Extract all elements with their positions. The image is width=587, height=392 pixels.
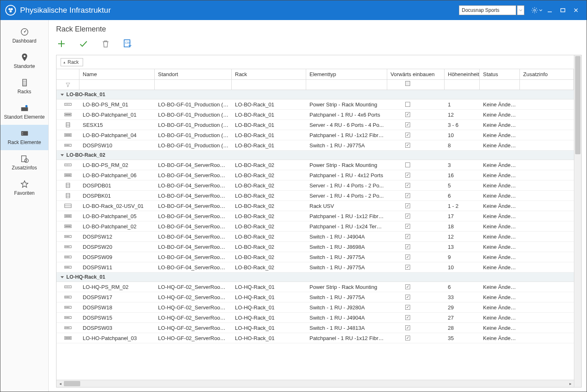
cell-rack: LO-BO-Rack_02 [232,222,306,231]
filter-name[interactable] [79,80,155,90]
cell-elementtyp: Patchpanel - 1 RU - 4x6 Ports [306,110,387,119]
filter-icon[interactable] [65,82,71,88]
sidebar-item-standort-elemente[interactable]: Standort Elemente [0,99,48,125]
table-row[interactable]: LO-BO-Patchpanel_05LO-BO-GF-04_ServerRoo… [56,211,574,221]
cell-hoeheneinheit: 6 [445,191,480,200]
column-header-rack[interactable]: Rack [232,69,306,79]
table-row[interactable]: DOSPSW15LO-HQ-GF-02_ServerRoom (L...LO-H… [56,313,574,323]
sidebar-item-favoriten[interactable]: Favoriten [0,176,48,201]
cell-zusatzinfo [520,164,574,166]
maximize-button[interactable] [557,5,569,16]
cell-zusatzinfo [520,316,574,319]
table-row[interactable]: DOSPSW20LO-BO-GF-04_ServerRoom (L...LO-B… [56,242,574,252]
horizontal-scrollbar[interactable]: ◂ ▸ [56,380,574,387]
scroll-left-icon[interactable]: ◂ [56,380,64,387]
table-row[interactable]: DOSPDB01LO-BO-GF-04_ServerRoom (L...LO-B… [56,180,574,191]
forward-checkbox[interactable] [405,295,410,300]
export-csv-button[interactable] [122,38,133,49]
add-button[interactable] [56,38,67,49]
table-row[interactable]: LO-BO-Patchpanel_02LO-BO-GF-04_ServerRoo… [56,221,574,232]
table-row[interactable]: LO-HQ-PS_RM_02LO-HQ-GF-02_ServerRoom (L.… [56,282,574,292]
element-type-icon [64,162,72,168]
filter-status[interactable] [480,80,520,90]
vertical-scrollbar[interactable] [574,55,581,387]
group-by-area[interactable]: Rack [56,55,574,69]
forward-checkbox[interactable] [405,173,410,178]
forward-checkbox[interactable] [405,255,410,259]
minimize-button[interactable] [544,5,555,16]
column-header-hoeheneinheit[interactable]: Höheneinheit [445,69,480,79]
table-row[interactable]: DOSPSW11LO-BO-GF-04_ServerRoom (L...LO-B… [56,262,574,273]
group-row[interactable]: LO-BO-Rack_02 [56,151,574,160]
column-header-icon[interactable] [56,69,79,79]
column-header-status[interactable]: Status [480,69,520,79]
forward-checkbox[interactable] [405,122,410,127]
filter-standort[interactable] [155,80,232,90]
table-row[interactable]: DOSPBK01LO-BO-GF-04_ServerRoom (L...LO-B… [56,191,574,201]
cell-hoeheneinheit: 17 [445,212,480,221]
filter-elementtyp[interactable] [306,80,387,90]
table-row[interactable]: LO-BO-Patchpanel_04LO-BO-GF-01_Productio… [56,130,574,140]
table-row[interactable]: LO-BO-Patchpanel_01LO-BO-GF-01_Productio… [56,110,574,120]
table-row[interactable]: DOSPSW18LO-HQ-GF-02_ServerRoom (L...LO-H… [56,302,574,313]
tenant-select-dropdown[interactable] [517,5,524,15]
forward-checkbox[interactable] [405,224,410,229]
forward-checkbox[interactable] [405,234,410,239]
column-header-standort[interactable]: Standort [155,69,232,79]
sidebar-item-label: Standorte [14,63,35,69]
table-row[interactable]: LO-BO-Rack_02-USV_01LO-BO-GF-04_ServerRo… [56,201,574,211]
cell-zusatzinfo [520,286,574,288]
forward-checkbox[interactable] [405,133,410,137]
save-button[interactable] [78,38,89,49]
filter-rack[interactable] [232,80,306,90]
forward-checkbox[interactable] [405,112,410,117]
table-row[interactable]: LO-BO-PS_RM_01LO-BO-GF-01_Production (Lo… [56,99,574,110]
settings-button[interactable] [531,5,542,16]
column-header-zusatzinfo[interactable]: Zusatzinfo [520,69,574,79]
table-row[interactable]: DOSPSW17LO-HQ-GF-02_ServerRoom (L...LO-H… [56,292,574,302]
group-by-chip[interactable]: Rack [61,58,83,66]
column-header-name[interactable]: Name [79,69,155,79]
table-row[interactable]: DOSPSW09LO-BO-GF-04_ServerRoom (L...LO-B… [56,252,574,262]
sidebar-item-standorte[interactable]: Standorte [0,49,48,74]
sidebar-item-racks[interactable]: Racks [0,74,48,99]
filter-vorwaerts[interactable] [387,80,445,90]
sidebar-item-rack-elemente[interactable]: Rack Elemente [0,125,48,150]
forward-checkbox[interactable] [405,244,410,249]
forward-checkbox[interactable] [405,162,410,167]
column-header-elementtyp[interactable]: Elementtyp [306,69,387,79]
forward-checkbox[interactable] [405,336,410,340]
forward-checkbox[interactable] [405,305,410,310]
filter-hoeheneinheit[interactable] [445,80,480,90]
sidebar-item-dashboard[interactable]: Dashboard [0,23,48,49]
group-row[interactable]: LO-HQ-Rack_01 [56,273,574,282]
forward-checkbox[interactable] [405,325,410,330]
forward-checkbox[interactable] [405,193,410,198]
column-header-vorwaerts[interactable]: Vorwärts einbauen [387,69,445,79]
cell-hoeheneinheit: 8 [445,141,480,150]
delete-button[interactable] [100,38,111,49]
forward-checkbox[interactable] [405,102,410,107]
table-row[interactable]: SESX15LO-BO-GF-01_Production (Lo...LO-BO… [56,120,574,130]
table-row[interactable]: LO-HO-Patchpanel_03LO-HO-GF-02_ServerRoo… [56,333,574,343]
table-row[interactable]: DOSPSW03LO-HQ-GF-02_ServerRoom (L...LO-H… [56,323,574,333]
forward-checkbox[interactable] [405,203,410,208]
tenant-select[interactable]: Docusnap Sports [459,5,516,15]
forward-checkbox[interactable] [405,265,410,270]
forward-checkbox[interactable] [405,143,410,148]
sidebar-item-zusatzinfos[interactable]: Zusatzinfos [0,150,48,176]
close-button[interactable] [570,5,582,16]
forward-checkbox[interactable] [405,284,410,289]
table-row[interactable]: DOSPSW10LO-BO-GF-01_Production (Lo...LO-… [56,140,574,151]
filter-zusatzinfo[interactable] [520,80,574,90]
table-row[interactable]: LO-BO-PS_RM_02LO-BO-GF-04_ServerRoom (L.… [56,160,574,170]
forward-checkbox[interactable] [405,315,410,320]
scroll-right-icon[interactable]: ▸ [567,380,574,387]
sidebar-item-label: Standort Elemente [4,114,45,120]
forward-checkbox[interactable] [405,183,410,188]
forward-checkbox[interactable] [405,214,410,219]
table-row[interactable]: DOSPSW12LO-BO-GF-04_ServerRoom (L...LO-B… [56,232,574,242]
table-row[interactable]: LO-BO-Patchpanel_06LO-BO-GF-04_ServerRoo… [56,170,574,180]
group-row[interactable]: LO-BO-Rack_01 [56,90,574,99]
cell-standort: LO-BO-GF-01_Production (Lo... [155,100,232,109]
